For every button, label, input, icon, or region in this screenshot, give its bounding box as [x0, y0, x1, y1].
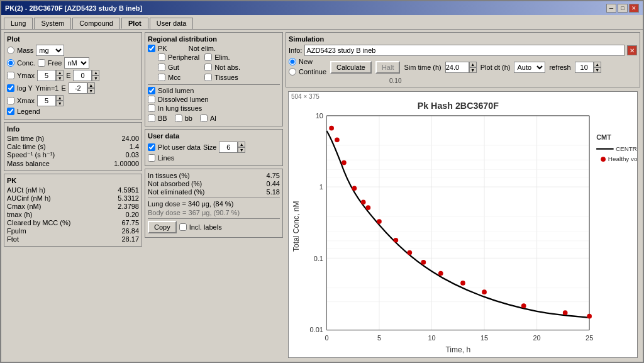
svg-text:10: 10: [316, 112, 323, 120]
incl-labels-checkbox[interactable]: [179, 223, 187, 231]
tissues-checkbox[interactable]: [204, 74, 212, 81]
tab-plot[interactable]: Plot: [121, 18, 148, 29]
tab-compound[interactable]: Compound: [72, 18, 120, 29]
cleared-label: Cleared by MCC (%): [7, 219, 70, 226]
sim-time-down[interactable]: ▼: [469, 67, 477, 73]
maximize-button[interactable]: □: [618, 4, 628, 13]
ymin-e-input[interactable]: [69, 82, 87, 94]
data-point: [482, 289, 487, 294]
auct-label: AUCt (nM h): [7, 186, 45, 194]
calc-time-label: Calc time (s): [7, 143, 46, 150]
e-up[interactable]: ▲: [92, 70, 99, 75]
gut-row: Gut: [158, 64, 199, 71]
tab-lung[interactable]: Lung: [4, 18, 33, 29]
aucinf-value: 5.3312: [98, 194, 139, 202]
halt-button[interactable]: Halt: [375, 61, 401, 74]
copy-button[interactable]: Copy: [148, 221, 177, 233]
ftot-label: Ftot: [7, 235, 19, 243]
svg-text:20: 20: [533, 334, 541, 342]
refresh-down[interactable]: ▼: [594, 67, 601, 73]
data-point: [361, 199, 366, 204]
mass-unit-select[interactable]: mg: [36, 45, 64, 56]
ymin-e-down[interactable]: ▼: [87, 88, 95, 94]
bblower-checkbox[interactable]: [175, 114, 182, 122]
continue-radio[interactable]: [289, 68, 296, 75]
bb-checkbox[interactable]: [148, 114, 155, 122]
conc-unit-select[interactable]: nM: [64, 57, 89, 69]
sim-time-label: Sim time (h): [404, 64, 441, 71]
continue-label: Continue: [299, 68, 326, 75]
minimize-button[interactable]: ─: [606, 4, 616, 13]
data-point: [377, 219, 382, 224]
mass-balance-label: Mass balance: [7, 160, 50, 167]
not-abs-checkbox[interactable]: [204, 64, 212, 71]
e-input[interactable]: [73, 70, 92, 81]
sim-time-spin-input[interactable]: [445, 62, 469, 73]
al-checkbox[interactable]: [200, 114, 208, 122]
healthy-legend-dot: [601, 157, 606, 162]
dissolved-lumen-checkbox[interactable]: [148, 96, 155, 103]
xmax-checkbox[interactable]: [7, 97, 14, 104]
legend-row: Legend: [7, 108, 139, 115]
conc-radio[interactable]: [7, 59, 14, 67]
pk-checkbox[interactable]: [148, 45, 155, 52]
e-down[interactable]: ▼: [92, 75, 99, 81]
new-radio[interactable]: [289, 58, 296, 65]
sim-time-info-label: Sim time (h): [7, 135, 44, 142]
mcc-checkbox[interactable]: [158, 74, 165, 81]
plot-dt-select[interactable]: Auto: [514, 62, 545, 73]
in-lung-tissues-checkbox[interactable]: [148, 104, 155, 112]
tmax-value: 0.20: [98, 211, 139, 218]
sim-info-input[interactable]: [304, 45, 625, 56]
size-spin: ▲ ▼: [219, 142, 245, 153]
xmax-spin: ▲ ▼: [37, 95, 64, 106]
ymax-input[interactable]: [37, 70, 56, 81]
gut-checkbox[interactable]: [158, 64, 165, 71]
logy-checkbox[interactable]: [7, 84, 14, 92]
size-down[interactable]: ▼: [238, 147, 245, 153]
lines-checkbox[interactable]: [148, 154, 155, 162]
sim-close-button[interactable]: ✕: [627, 45, 637, 55]
size-input[interactable]: [219, 142, 238, 153]
svg-text:0: 0: [325, 334, 328, 342]
new-label: New: [299, 58, 313, 65]
xmax-input[interactable]: [37, 95, 56, 106]
plot-user-data-checkbox[interactable]: [148, 143, 155, 151]
refresh-spin: ▲ ▼: [575, 62, 601, 73]
data-point: [563, 310, 568, 315]
window-controls: ─ □ ✕: [606, 4, 639, 13]
ymax-down[interactable]: ▼: [56, 75, 64, 81]
ymin-label: Ymin=1: [35, 84, 59, 92]
regional-dist-section: Regional distribution PK Not elim. Perip…: [145, 32, 283, 126]
close-button[interactable]: ✕: [629, 4, 639, 13]
tab-userdata[interactable]: User data: [150, 18, 194, 29]
pk-section: PK AUCt (nM h) 4.5951 AUCinf (nM h) 5.33…: [4, 174, 142, 247]
xmax-down[interactable]: ▼: [56, 101, 64, 106]
tab-system[interactable]: System: [34, 18, 71, 29]
elim-checkbox[interactable]: [204, 53, 212, 61]
legend-checkbox[interactable]: [7, 108, 14, 115]
data-point: [408, 250, 413, 255]
size-up[interactable]: ▲: [238, 142, 245, 147]
svg-text:1: 1: [319, 183, 323, 191]
ymax-up[interactable]: ▲: [56, 70, 64, 75]
xmax-up[interactable]: ▲: [56, 95, 64, 101]
user-data-section: User data Plot user data Size ▲ ▼: [145, 129, 283, 166]
ymin-e-up[interactable]: ▲: [87, 82, 95, 88]
solid-lumen-checkbox[interactable]: [148, 87, 155, 94]
solid-lumen-label: Solid lumen: [158, 87, 194, 94]
refresh-input[interactable]: [575, 62, 594, 73]
svg-text:Pk Hash 2BC3670F: Pk Hash 2BC3670F: [418, 101, 499, 111]
free-checkbox[interactable]: [38, 59, 45, 67]
lines-label: Lines: [158, 154, 174, 162]
peripheral-row: Peripheral: [158, 53, 199, 61]
mass-radio[interactable]: [7, 47, 14, 54]
sim-time-up[interactable]: ▲: [469, 62, 477, 67]
data-point: [421, 260, 426, 265]
ymax-checkbox[interactable]: [7, 72, 14, 79]
data-point: [352, 186, 357, 191]
peripheral-checkbox[interactable]: [158, 53, 165, 61]
refresh-up[interactable]: ▲: [594, 62, 601, 67]
calculate-button[interactable]: Calculate: [330, 61, 372, 74]
size-label: Size: [203, 143, 216, 151]
